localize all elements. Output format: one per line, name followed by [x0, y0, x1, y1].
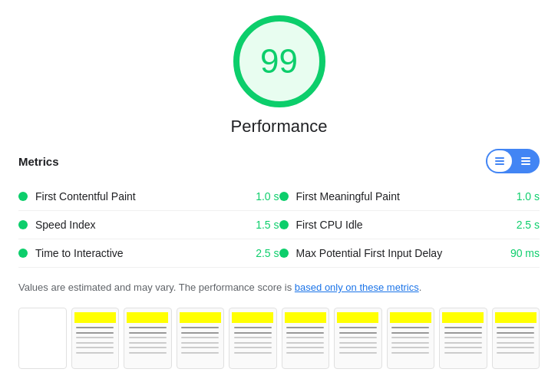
left-metrics: First Contentful Paint 1.0 s Speed Index…: [18, 183, 279, 268]
score-label: Performance: [231, 117, 328, 137]
filmstrip-frame-7: [387, 308, 435, 369]
metric-name: First Meaningful Paint: [296, 190, 502, 203]
metrics-title: Metrics: [18, 155, 59, 168]
metric-value: 2.5 s: [501, 219, 540, 231]
metric-value: 1.0 s: [241, 190, 279, 203]
metric-value: 2.5 s: [241, 247, 279, 259]
metric-row-right-0: First Meaningful Paint 1.0 s: [279, 183, 540, 211]
metric-row-right-1: First CPU Idle 2.5 s: [279, 211, 540, 239]
filmstrip-frame-1: [71, 308, 120, 369]
filmstrip-frame-2: [124, 308, 172, 369]
filmstrip-frame-3: [177, 308, 225, 369]
metric-name: Max Potential First Input Delay: [296, 247, 502, 259]
note-text: Values are estimated and may vary. The p…: [18, 280, 540, 295]
svg-rect-5: [521, 163, 530, 165]
metric-value: 1.5 s: [241, 219, 279, 231]
metric-name: Speed Index: [35, 219, 241, 231]
filmstrip: [18, 308, 540, 369]
metric-row-left-0: First Contentful Paint 1.0 s: [18, 183, 279, 211]
metric-dot: [18, 192, 28, 201]
grid-view-button[interactable]: [513, 150, 538, 172]
metric-value: 1.0 s: [501, 190, 540, 203]
score-value: 99: [260, 42, 298, 81]
list-icon: [494, 156, 505, 166]
metric-value: 90 ms: [501, 247, 540, 259]
metric-dot: [279, 220, 289, 229]
metric-row-left-2: Time to Interactive 2.5 s: [18, 239, 279, 268]
metric-name: First CPU Idle: [296, 219, 502, 231]
filmstrip-frame-4: [229, 308, 277, 369]
metric-name: First Contentful Paint: [35, 190, 241, 203]
metric-row-right-2: Max Potential First Input Delay 90 ms: [279, 239, 540, 268]
filmstrip-frame-6: [334, 308, 382, 369]
metric-dot: [18, 220, 28, 229]
metrics-grid: First Contentful Paint 1.0 s Speed Index…: [18, 183, 540, 268]
metric-row-left-1: Speed Index 1.5 s: [18, 211, 279, 239]
right-metrics: First Meaningful Paint 1.0 s First CPU I…: [279, 183, 540, 268]
svg-rect-4: [521, 160, 530, 162]
svg-rect-0: [495, 157, 504, 159]
metric-dot: [279, 249, 289, 258]
svg-rect-3: [521, 157, 530, 159]
list-view-button[interactable]: [487, 150, 512, 172]
filmstrip-frame-8: [439, 308, 487, 369]
metric-dot: [279, 192, 289, 201]
note-link[interactable]: based only on these metrics: [295, 282, 419, 293]
note-before: Values are estimated and may vary. The p…: [18, 282, 295, 293]
view-toggle: [486, 149, 540, 173]
svg-rect-1: [495, 160, 504, 162]
metric-name: Time to Interactive: [35, 247, 241, 259]
svg-rect-2: [495, 163, 504, 165]
filmstrip-frame-9: [492, 308, 540, 369]
metrics-header: Metrics: [18, 149, 540, 173]
note-after: .: [419, 282, 422, 293]
metric-dot: [18, 249, 28, 258]
score-circle: 99: [233, 15, 325, 107]
grid-icon: [520, 156, 531, 166]
filmstrip-frame-5: [282, 308, 330, 369]
score-section: 99 Performance: [18, 15, 540, 137]
filmstrip-frame-0: [18, 308, 67, 369]
